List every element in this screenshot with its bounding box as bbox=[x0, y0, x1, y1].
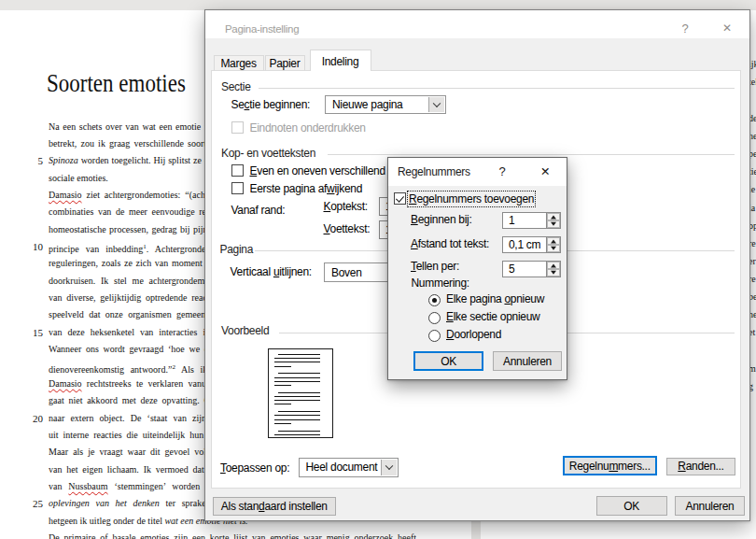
numbering-radio[interactable] bbox=[428, 330, 441, 342]
help-icon[interactable]: ? bbox=[676, 21, 694, 35]
tab-indeling[interactable]: Indeling bbox=[310, 50, 371, 71]
section-begin-combobox[interactable]: Nieuwe pagina bbox=[325, 95, 446, 114]
numbering-radio[interactable] bbox=[428, 312, 441, 324]
distance-value: 0,1 cm bbox=[509, 238, 540, 251]
section-begin-label: Sectie beginnen: bbox=[231, 98, 311, 111]
apply-to-combobox[interactable]: Heel document bbox=[299, 458, 399, 477]
start-at-label: Beginnen bij: bbox=[411, 213, 472, 226]
section-group-label: Sectie bbox=[221, 80, 251, 93]
preview-text-line bbox=[274, 400, 321, 401]
from-edge-label: Vanaf rand: bbox=[231, 204, 286, 217]
preview-text-line bbox=[278, 431, 320, 432]
preview-text-line bbox=[274, 385, 291, 386]
spin-down-icon[interactable] bbox=[547, 269, 560, 277]
preview-text-line bbox=[274, 358, 321, 359]
preview-text-line bbox=[274, 396, 321, 397]
add-line-numbers-checkbox[interactable] bbox=[394, 192, 406, 205]
document-heading: Soorten emoties bbox=[47, 70, 186, 98]
preview-text-line bbox=[278, 354, 320, 355]
line-number: 25 bbox=[28, 495, 43, 513]
preview-text-line bbox=[278, 411, 320, 412]
preview-text-line bbox=[274, 434, 321, 435]
triangle-up-icon bbox=[551, 239, 556, 243]
start-at-spinner[interactable] bbox=[546, 213, 560, 228]
borders-button[interactable]: Randen... bbox=[666, 458, 735, 475]
triangle-up-icon bbox=[551, 263, 556, 267]
numbering-radio-label: Doorlopend bbox=[446, 328, 501, 341]
start-at-field[interactable]: 1 bbox=[502, 212, 561, 229]
section-group-line bbox=[259, 88, 735, 89]
triangle-up-icon bbox=[551, 215, 556, 219]
triangle-down-icon bbox=[551, 221, 556, 225]
preview-page-thumbnail bbox=[268, 348, 333, 438]
triangle-down-icon bbox=[551, 270, 556, 274]
line-numbers-button[interactable]: Regelnummers... bbox=[563, 456, 658, 475]
line-number: 5 bbox=[28, 152, 43, 170]
spin-up-icon[interactable] bbox=[547, 262, 560, 269]
cancel-button[interactable]: Annuleren bbox=[493, 351, 562, 371]
document-line: De primaire of basale emoties zijn een k… bbox=[28, 530, 416, 539]
distance-field[interactable]: 0,1 cm bbox=[502, 236, 561, 253]
section-begin-dropdown-button[interactable] bbox=[428, 97, 444, 112]
ok-button[interactable]: OK bbox=[413, 351, 483, 371]
line-number: 15 bbox=[28, 324, 43, 342]
ok-button[interactable]: OK bbox=[596, 496, 667, 516]
numbering-radio-label: Elke sectie opnieuw bbox=[446, 310, 539, 323]
close-icon[interactable]: ✕ bbox=[535, 164, 555, 178]
header-label: Koptekst: bbox=[324, 200, 368, 213]
odd-even-checkbox[interactable] bbox=[231, 164, 244, 177]
line-number: 10 bbox=[28, 238, 43, 256]
preview-text-line bbox=[274, 404, 291, 404]
footer-label: Voettekst: bbox=[324, 222, 371, 235]
section-begin-value: Nieuwe pagina bbox=[332, 98, 403, 111]
chevron-down-icon bbox=[385, 461, 392, 469]
apply-to-dropdown-button[interactable] bbox=[381, 460, 397, 475]
close-icon[interactable]: ✕ bbox=[717, 21, 737, 35]
preview-text-line bbox=[274, 366, 291, 367]
preview-text-line bbox=[274, 415, 321, 416]
preview-text-line bbox=[278, 392, 320, 393]
checkmark-icon bbox=[395, 193, 403, 202]
count-by-label: Tellen per: bbox=[411, 260, 459, 273]
spin-up-icon[interactable] bbox=[547, 237, 560, 245]
cancel-button-label: Annuleren bbox=[503, 355, 552, 368]
first-page-label: Eerste pagina afwijkend bbox=[250, 182, 363, 195]
valign-label: Verticaal uitlijnen: bbox=[231, 265, 312, 278]
ok-button-label: OK bbox=[623, 500, 639, 513]
page-group-label: Pagina bbox=[220, 243, 254, 256]
count-by-value: 5 bbox=[509, 262, 514, 276]
headers-group-label: Kop- en voetteksten bbox=[221, 147, 315, 160]
set-default-button[interactable]: Als standaard instellen bbox=[213, 497, 336, 517]
endnotes-checkbox[interactable] bbox=[231, 121, 244, 134]
preview-group-label: Voorbeeld bbox=[221, 324, 269, 337]
add-line-numbers-label: Regelnummers toevoegen bbox=[409, 192, 534, 206]
spin-down-icon[interactable] bbox=[547, 245, 560, 252]
tab-marges[interactable]: Marges bbox=[214, 55, 264, 71]
valign-value: Boven bbox=[331, 266, 362, 279]
cancel-button[interactable]: Annuleren bbox=[675, 496, 745, 516]
tab-papier[interactable]: Papier bbox=[265, 55, 305, 71]
line-numbers-title: Regelnummers bbox=[398, 165, 470, 178]
help-icon[interactable]: ? bbox=[493, 164, 511, 178]
numbering-radio[interactable] bbox=[428, 294, 441, 306]
line-number: 20 bbox=[28, 410, 43, 428]
numbering-radio-label: Elke pagina opnieuw bbox=[446, 292, 544, 305]
set-default-button-label: Als standaard instellen bbox=[221, 500, 328, 513]
distance-spinner[interactable] bbox=[546, 237, 560, 252]
headers-group-line bbox=[328, 154, 735, 155]
spin-down-icon[interactable] bbox=[547, 220, 560, 228]
count-by-field[interactable]: 5 bbox=[502, 261, 561, 277]
ok-button-label: OK bbox=[441, 355, 456, 368]
start-at-value: 1 bbox=[509, 214, 514, 227]
preview-text-line bbox=[278, 373, 320, 374]
preview-text-line bbox=[274, 423, 291, 424]
count-by-spinner[interactable] bbox=[546, 262, 560, 277]
borders-button-label: Randen... bbox=[678, 460, 723, 473]
preview-text-line bbox=[274, 377, 321, 378]
preview-text-line bbox=[274, 381, 321, 382]
spin-up-icon[interactable] bbox=[547, 213, 560, 220]
preview-text-line bbox=[274, 419, 321, 420]
page-setup-title: Pagina-instelling bbox=[225, 23, 299, 35]
endnotes-label: Eindnoten onderdrukken bbox=[250, 121, 366, 135]
first-page-checkbox[interactable] bbox=[231, 182, 244, 194]
